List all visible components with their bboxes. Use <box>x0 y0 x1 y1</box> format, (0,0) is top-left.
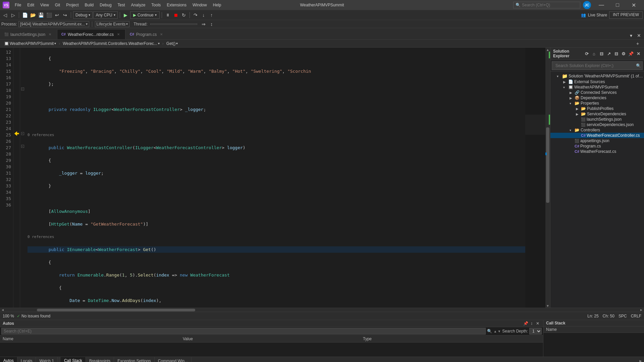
step-into-button[interactable]: ↓ <box>200 11 207 19</box>
menu-analyze[interactable]: Analyze <box>128 1 148 9</box>
scroll-track[interactable] <box>545 52 550 304</box>
tab-launch-settings[interactable]: ⬛ launchSettings.json ✕ <box>0 29 57 39</box>
tree-dependencies[interactable]: ▶ 📦 Dependencies <box>550 95 644 101</box>
step-over-button[interactable]: ↷ <box>192 11 199 19</box>
lifecycle-events-dropdown[interactable]: Lifecycle Events ▾ <box>95 21 130 27</box>
horizontal-scrollbar[interactable]: ◄ ► <box>0 308 644 312</box>
forward-button[interactable]: ▷ <box>9 11 17 19</box>
continue-button[interactable]: ▶ Continue ▾ <box>130 11 160 19</box>
tab-call-stack[interactable]: Call Stack <box>61 357 86 362</box>
down-arrow-button[interactable]: ▼ <box>497 329 501 333</box>
autos-close-button[interactable]: ✕ <box>535 321 540 326</box>
restart-button[interactable]: ↻ <box>180 11 187 19</box>
scroll-down-button[interactable]: ▼ <box>545 304 550 308</box>
tab-locals[interactable]: Locals <box>17 357 36 362</box>
title-search[interactable]: 🔍 <box>513 2 580 8</box>
user-avatar[interactable]: JC <box>583 1 591 9</box>
se-collapse-button[interactable]: ⊟ <box>613 51 619 57</box>
scroll-up-button[interactable]: ▲ <box>545 48 550 52</box>
menu-test[interactable]: Test <box>115 1 128 9</box>
scroll-right-button[interactable]: ► <box>639 308 644 312</box>
tree-program-cs[interactable]: C# Program.cs <box>550 143 644 149</box>
open-file-button[interactable]: 📂 <box>29 11 37 19</box>
save-all-button[interactable]: ⬛ <box>45 11 53 19</box>
menu-window[interactable]: Window <box>190 1 210 9</box>
namespace-dropdown[interactable]: WeatherAPIMVPSummit.Controllers.WeatherF… <box>61 41 161 46</box>
debug-config-dropdown[interactable]: Debug ▾ <box>73 11 93 19</box>
new-file-button[interactable]: 📄 <box>21 11 29 19</box>
tree-appsettings[interactable]: ⬛ appsettings.json <box>550 138 644 143</box>
tree-publish-profiles[interactable]: ▶ 📂 PublishProfiles <box>550 106 644 111</box>
se-preview-button[interactable]: ↗ <box>606 51 612 57</box>
se-pin-button[interactable]: 📌 <box>628 51 634 57</box>
zoom-level[interactable]: 100 % <box>3 314 14 318</box>
stop-button[interactable]: ⏹ <box>172 11 179 19</box>
autos-move-button[interactable]: ↕ <box>529 321 534 326</box>
up-arrow-button[interactable]: ▲ <box>493 329 497 333</box>
tree-weather-controller[interactable]: C# WeatherForecastController.cs <box>550 133 644 138</box>
tab-scroll-right[interactable]: ► <box>637 359 644 362</box>
expand-button[interactable]: + <box>634 40 641 47</box>
se-settings-button[interactable]: ⚙ <box>621 51 627 57</box>
tree-project[interactable]: ▾ 🔲 WeatherAPIMVPSummit <box>550 84 644 90</box>
autos-pin-button[interactable]: 📌 <box>523 321 528 326</box>
tree-solution[interactable]: ▾ 📁 Solution 'WeatherAPIMVPSummit' (1 of… <box>550 73 644 79</box>
menu-help[interactable]: Help <box>210 1 224 9</box>
debug-step-btn[interactable]: ⇒ <box>200 20 207 28</box>
minimize-button[interactable]: — <box>594 0 609 10</box>
pause-button[interactable]: ⏸ <box>164 11 171 19</box>
se-home-button[interactable]: ⌂ <box>591 51 597 57</box>
se-close-button[interactable]: ✕ <box>635 51 641 57</box>
tree-weather-forecast-cs[interactable]: C# WeatherForecast.cs <box>550 149 644 154</box>
tree-launch-settings[interactable]: ⬛ launchSettings.json <box>550 117 644 122</box>
undo-button[interactable]: ↩ <box>53 11 61 19</box>
menu-view[interactable]: View <box>38 1 52 9</box>
collapse-25[interactable]: − <box>20 130 25 137</box>
tab-overflow-button[interactable]: ▾ <box>627 32 635 39</box>
menu-project[interactable]: Project <box>63 1 81 9</box>
se-filter-button[interactable]: ⊟ <box>598 51 604 57</box>
search-input[interactable] <box>522 3 572 7</box>
collapse-27[interactable]: − <box>20 143 25 149</box>
code-editor[interactable]: { "Freezing", "Bracing", "Chilly", "Cool… <box>25 48 525 308</box>
tab-weather-controller[interactable]: C# WeatherForec...ntroller.cs ✕ <box>57 29 125 39</box>
method-dropdown[interactable]: Get() ▾ <box>165 41 179 46</box>
menu-file[interactable]: File <box>12 1 24 9</box>
maximize-button[interactable]: □ <box>610 0 625 10</box>
tab-breakpoints[interactable]: Breakpoints <box>86 357 114 362</box>
tree-service-dependencies[interactable]: ▶ 📂 ServiceDependencies <box>550 111 644 117</box>
tab-command-window[interactable]: Command Win... <box>155 357 192 362</box>
menu-git[interactable]: Git <box>52 1 63 9</box>
close-button[interactable]: ✕ <box>626 0 641 10</box>
menu-debug[interactable]: Debug <box>97 1 114 9</box>
tab-close-program[interactable]: ✕ <box>159 32 164 37</box>
menu-tools[interactable]: Tools <box>149 1 163 9</box>
thread-dropdown[interactable] <box>150 23 197 25</box>
play-button[interactable]: ▶ <box>122 11 129 19</box>
scroll-thumb[interactable] <box>546 127 549 203</box>
live-share-label[interactable]: Live Share <box>588 13 607 17</box>
save-button[interactable]: 💾 <box>37 11 45 19</box>
scroll-left-button[interactable]: ◄ <box>0 308 5 312</box>
tree-properties[interactable]: ▾ 📂 Properties <box>550 101 644 106</box>
vertical-scrollbar[interactable]: ▲ ▼ <box>545 48 550 308</box>
int-preview-button[interactable]: INT PREVIEW <box>609 11 643 19</box>
tab-program[interactable]: C# Program.cs ✕ <box>125 29 168 39</box>
menu-edit[interactable]: Edit <box>24 1 37 9</box>
se-sync-button[interactable]: ⟳ <box>584 51 590 57</box>
cpu-dropdown[interactable]: Any CPU ▾ <box>93 11 117 19</box>
step-out-button[interactable]: ↑ <box>208 11 215 19</box>
process-dropdown[interactable]: [9404] WeatherAPIMVPSummit.ex... ▾ <box>18 21 89 27</box>
autos-search-input[interactable] <box>1 328 486 335</box>
tree-connected-services[interactable]: ▶ 🔗 Connected Services <box>550 90 644 95</box>
tab-close-launch[interactable]: ✕ <box>47 32 53 37</box>
collapse-18[interactable]: − <box>20 86 25 92</box>
tree-service-dependencies-json[interactable]: ⬛ serviceDependencies.json <box>550 122 644 127</box>
project-dropdown[interactable]: 🔲 WeatherAPIMVPSummit ▾ <box>3 41 57 46</box>
h-scroll-track[interactable] <box>5 308 639 312</box>
se-search-input[interactable] <box>553 62 636 69</box>
h-scroll-thumb[interactable] <box>37 309 195 311</box>
tab-close-controller[interactable]: ✕ <box>116 32 121 37</box>
back-button[interactable]: ◁ <box>1 11 9 19</box>
tab-autos[interactable]: Autos <box>0 357 17 362</box>
